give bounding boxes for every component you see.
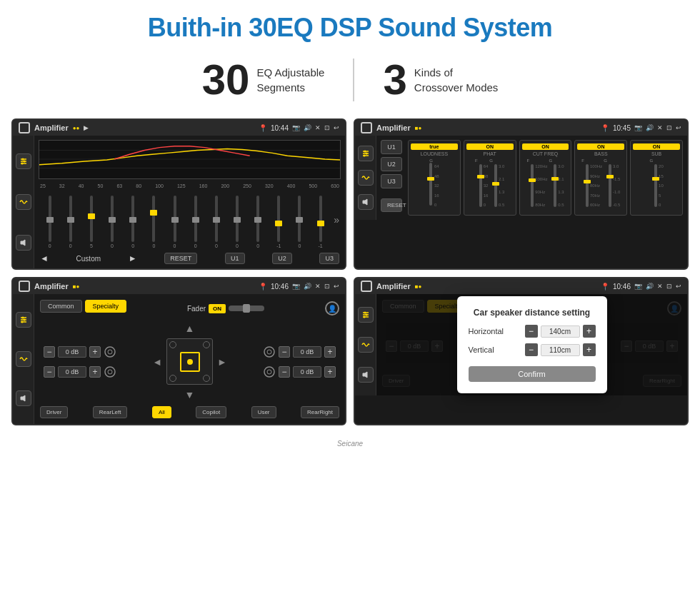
eq-slider-2[interactable]: 5 bbox=[81, 196, 101, 248]
close-icon-3[interactable]: ✕ bbox=[315, 283, 321, 290]
home-icon-3[interactable] bbox=[19, 281, 30, 292]
fader-slider-3[interactable] bbox=[229, 306, 264, 311]
bass-on-btn[interactable]: ON bbox=[577, 143, 624, 150]
expand-icon[interactable]: » bbox=[334, 214, 339, 226]
confirm-btn[interactable]: Confirm bbox=[469, 366, 596, 382]
u2-btn-1[interactable]: U2 bbox=[272, 253, 292, 264]
arrow-left[interactable]: ◄ bbox=[152, 356, 162, 368]
eq-slider-0[interactable]: 0 bbox=[40, 196, 59, 248]
db-minus-tr[interactable]: − bbox=[279, 346, 290, 358]
reset-btn-2[interactable]: RESET bbox=[381, 198, 402, 212]
side-btn-wave-2[interactable] bbox=[358, 170, 374, 186]
arrow-down[interactable]: ▼ bbox=[185, 389, 195, 400]
eq-next-btn[interactable]: ► bbox=[129, 253, 137, 263]
eq-slider-7[interactable]: 0 bbox=[186, 196, 205, 248]
back-icon-3[interactable]: ↩ bbox=[334, 283, 339, 290]
eq-slider-6[interactable]: 0 bbox=[165, 196, 184, 248]
vertical-plus[interactable]: + bbox=[583, 343, 596, 356]
side-btn-filter-3[interactable] bbox=[16, 312, 31, 328]
eq-slider-11[interactable]: -1 bbox=[269, 196, 289, 248]
back-icon-2[interactable]: ↩ bbox=[676, 124, 681, 131]
joystick[interactable] bbox=[166, 338, 213, 385]
window-icon-2[interactable]: ⊡ bbox=[666, 124, 672, 131]
arrow-up[interactable]: ▲ bbox=[185, 323, 195, 334]
close-icon-4[interactable]: ✕ bbox=[657, 283, 663, 290]
eq-slider-5[interactable]: 0 bbox=[144, 196, 164, 248]
eq-slider-9[interactable]: 0 bbox=[227, 196, 246, 248]
rear-right-btn-3[interactable]: RearRight bbox=[301, 406, 339, 418]
reset-btn-1[interactable]: RESET bbox=[164, 253, 197, 264]
svg-point-32 bbox=[267, 370, 271, 374]
u3-btn-2[interactable]: U3 bbox=[381, 174, 402, 188]
home-icon-1[interactable] bbox=[19, 122, 30, 133]
svg-point-14 bbox=[364, 151, 366, 153]
fader-on-3[interactable]: ON bbox=[209, 304, 226, 313]
stat-crossover: 3 Kinds of Crossover Modes bbox=[354, 59, 526, 101]
db-minus-tl[interactable]: − bbox=[44, 346, 55, 358]
sub-on-btn[interactable]: ON bbox=[633, 143, 680, 150]
screen4-dialog: Amplifier ■● 📍 10:46 📷 🔊 ✕ ⊡ ↩ bbox=[354, 277, 689, 425]
specialty-tab-3[interactable]: Specialty bbox=[85, 300, 127, 313]
home-icon-4[interactable] bbox=[361, 281, 372, 292]
eq-slider-10[interactable]: 0 bbox=[249, 196, 268, 248]
u1-btn-2[interactable]: U1 bbox=[381, 140, 402, 154]
side-btn-filter-2[interactable] bbox=[358, 146, 374, 161]
db-minus-bl[interactable]: − bbox=[44, 366, 55, 378]
back-icon-1[interactable]: ↩ bbox=[334, 124, 339, 131]
driver-btn-3[interactable]: Driver bbox=[40, 406, 68, 418]
arrow-right[interactable]: ► bbox=[217, 356, 227, 368]
horizontal-minus[interactable]: − bbox=[525, 325, 538, 338]
side-btn-vol-4[interactable] bbox=[358, 367, 374, 383]
eq-slider-13[interactable]: -1 bbox=[311, 196, 330, 248]
side-btn-vol-1[interactable] bbox=[16, 235, 31, 251]
play-icon-1[interactable]: ▶ bbox=[84, 124, 89, 131]
side-btn-wave-4[interactable] bbox=[358, 337, 374, 353]
all-btn-3[interactable]: All bbox=[152, 406, 171, 418]
db-control-tr: − 0 dB + bbox=[263, 345, 336, 358]
persona-icon-3[interactable]: 👤 bbox=[325, 301, 339, 315]
window-icon-4[interactable]: ⊡ bbox=[666, 283, 672, 290]
eq-slider-1[interactable]: 0 bbox=[61, 196, 80, 248]
side-btn-filter-1[interactable] bbox=[16, 153, 31, 169]
speaker-bottom-row-3: Driver RearLeft All Copilot User RearRig… bbox=[40, 406, 339, 418]
u2-btn-2[interactable]: U2 bbox=[381, 157, 402, 171]
db-plus-bl[interactable]: + bbox=[89, 366, 101, 378]
side-btn-vol-2[interactable] bbox=[358, 194, 374, 210]
rear-left-btn-3[interactable]: RearLeft bbox=[93, 406, 128, 418]
back-icon-4[interactable]: ↩ bbox=[676, 283, 681, 290]
db-plus-br[interactable]: + bbox=[324, 366, 336, 378]
vertical-control: − 110cm + bbox=[525, 343, 596, 356]
screen1-eq: Amplifier ●● ▶ 📍 10:44 📷 🔊 ✕ ⊡ ↩ bbox=[11, 118, 346, 270]
horizontal-plus[interactable]: + bbox=[583, 325, 596, 338]
side-btn-filter-4[interactable] bbox=[358, 307, 374, 323]
cutfreq-on-btn[interactable]: ON bbox=[522, 143, 569, 150]
speaker-icon-tr bbox=[263, 345, 276, 358]
eq-slider-8[interactable]: 0 bbox=[206, 196, 226, 248]
eq-slider-3[interactable]: 0 bbox=[102, 196, 121, 248]
window-icon-1[interactable]: ⊡ bbox=[324, 124, 330, 131]
eq-slider-12[interactable]: 0 bbox=[290, 196, 309, 248]
joystick-middle-row: ◄ ► bbox=[152, 338, 227, 385]
db-plus-tl[interactable]: + bbox=[89, 346, 101, 358]
home-icon-2[interactable] bbox=[361, 122, 372, 133]
side-btn-wave-1[interactable] bbox=[16, 194, 31, 210]
side-btn-wave-3[interactable] bbox=[16, 351, 31, 367]
user-btn-3[interactable]: User bbox=[251, 406, 276, 418]
window-icon-3[interactable]: ⊡ bbox=[324, 283, 330, 290]
side-btn-vol-3[interactable] bbox=[16, 390, 31, 406]
close-icon-2[interactable]: ✕ bbox=[657, 124, 663, 131]
db-plus-tr[interactable]: + bbox=[324, 346, 336, 358]
phat-on-btn[interactable]: ON bbox=[466, 143, 514, 150]
eq-prev-btn[interactable]: ◄ bbox=[40, 253, 49, 263]
db-minus-br[interactable]: − bbox=[279, 366, 290, 378]
close-icon-1[interactable]: ✕ bbox=[315, 124, 321, 131]
stat-eq-desc: EQ Adjustable Segments bbox=[256, 65, 324, 95]
u1-btn-1[interactable]: U1 bbox=[225, 253, 245, 264]
horizontal-row: Horizontal − 140cm + bbox=[469, 325, 596, 338]
vertical-minus[interactable]: − bbox=[525, 343, 538, 356]
copilot-btn-3[interactable]: Copilot bbox=[196, 406, 226, 418]
u3-btn-1[interactable]: U3 bbox=[319, 253, 339, 264]
eq-slider-4[interactable]: 0 bbox=[124, 196, 143, 248]
common-tab-3[interactable]: Common bbox=[40, 300, 82, 313]
loudness-on-btn[interactable]: true bbox=[411, 143, 458, 150]
